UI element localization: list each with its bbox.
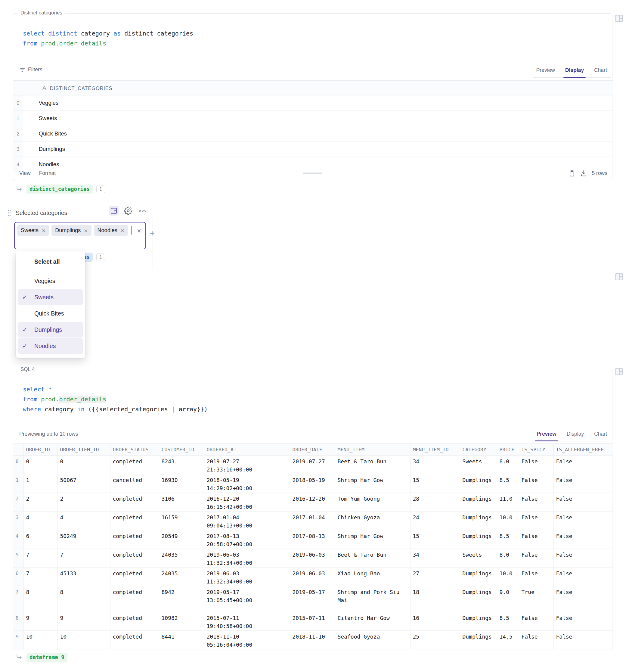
column-header-order_date[interactable]: ORDER_DATE	[290, 444, 335, 456]
ellipsis-icon	[139, 209, 147, 213]
add-element-button[interactable]: +	[148, 229, 156, 238]
table-row: 344completed161592017-01-0409:04:13+00:0…	[13, 511, 613, 530]
column-header-order_id[interactable]: ORDER_ID	[23, 444, 58, 456]
layout-columns-icon[interactable]	[615, 272, 623, 281]
check-icon: ✓	[21, 294, 34, 301]
clear-all-icon[interactable]: ×	[137, 227, 141, 234]
table-row: 91010completed84412018-11-1005:16:04+00:…	[13, 631, 613, 649]
column-header-distinct-categories[interactable]: ADISTINCT_CATEGORIES	[23, 81, 159, 96]
param-title: Selected categories	[16, 210, 67, 216]
table-row: 6745133completed240352019-06-0311:32:34+…	[13, 568, 613, 586]
table-header-row: ADISTINCT_CATEGORIES	[13, 81, 613, 96]
cell-title: SQL 4	[18, 366, 37, 373]
tab-display[interactable]: Display	[567, 431, 584, 441]
drag-grip-icon[interactable]	[7, 209, 12, 217]
filler-column-header	[159, 81, 613, 96]
resize-drag-handle[interactable]	[303, 172, 322, 174]
dropdown-option-noodles[interactable]: ✓Noodles	[18, 338, 83, 354]
tab-preview[interactable]: Preview	[537, 431, 556, 441]
result-tabs: PreviewDisplayChart	[533, 67, 611, 78]
column-header-is_spicy[interactable]: IS_SPICY	[519, 444, 553, 456]
tab-display[interactable]: Display	[565, 67, 584, 77]
output-variable-tag: dataframe_9	[26, 653, 67, 662]
string-type-icon: A	[42, 85, 46, 91]
chip-remove-icon[interactable]: ×	[84, 227, 88, 234]
tab-chart[interactable]: Chart	[594, 431, 607, 441]
output-variable-tag: distinct_categories	[26, 185, 93, 194]
index-column-header	[13, 81, 23, 96]
chip-noodles[interactable]: Noodles×	[94, 225, 128, 236]
column-header-customer_id[interactable]: CUSTOMER_ID	[159, 444, 204, 456]
table-row: 000completed82432019-07-2721:33:16+00:00…	[13, 456, 613, 474]
filter-icon	[19, 67, 25, 73]
return-arrow-icon	[15, 185, 23, 193]
table-row: 1Sweets	[13, 111, 613, 126]
preview-rows-label: Previewing up to 10 rows	[19, 431, 78, 437]
return-arrow-icon	[15, 653, 23, 661]
table-row: 1150067cancelled169302018-05-1914:29:02+…	[13, 474, 613, 493]
result-footer: View Format 5 rows	[13, 166, 612, 181]
chip-remove-icon[interactable]: ×	[121, 227, 124, 234]
output-count-badge: 1	[96, 185, 105, 193]
column-header-menu_item[interactable]: MENU_ITEM	[335, 444, 410, 456]
result-table: ADISTINCT_CATEGORIES 0Veggies1Sweets2Qui…	[13, 80, 613, 172]
sql-code-editor[interactable]: select *from prod.order_detailswhere cat…	[23, 384, 207, 414]
column-header-category[interactable]: CATEGORY	[460, 444, 497, 456]
table-row: 4650249completed205492017-08-1320:58:07+…	[13, 530, 613, 549]
check-icon: ✓	[21, 326, 34, 333]
index-column-header	[13, 444, 23, 456]
table-row: 788completed89422019-05-1713:05:45+00:00…	[13, 586, 613, 612]
layout-divider	[153, 218, 153, 270]
download-icon[interactable]	[580, 169, 588, 177]
table-row: 222completed31062016-12-2016:15:42+00:00…	[13, 493, 613, 511]
text-caret	[132, 226, 132, 234]
table-row: 2Quick Bites	[13, 126, 613, 142]
sql-cell-distinct-categories: Distinct categories select distinct cate…	[13, 13, 612, 181]
format-button[interactable]: Format	[39, 170, 56, 176]
sql-code-editor[interactable]: select distinct category as distinct_cat…	[23, 28, 193, 48]
chip-dumplings[interactable]: Dumplings×	[51, 225, 91, 236]
view-button[interactable]: View	[19, 170, 31, 176]
dropdown-option-dumplings[interactable]: ✓Dumplings	[18, 322, 83, 337]
more-options-button[interactable]	[138, 206, 148, 215]
param-header: Selected categories	[7, 209, 67, 217]
chip-remove-icon[interactable]: ×	[42, 227, 45, 234]
column-header-is_allergen_free[interactable]: IS_ALLERGEN_FREE	[553, 444, 613, 456]
cell-title: Distinct categories	[18, 10, 65, 16]
dropdown-option-quick-bites[interactable]: Quick Bites	[18, 306, 83, 321]
chip-sweets[interactable]: Sweets×	[17, 225, 49, 236]
layout-columns-button[interactable]	[109, 206, 118, 215]
layout-columns-icon[interactable]	[615, 367, 623, 376]
cell-output: dataframe_9	[15, 653, 67, 662]
table-header-row: ORDER_IDORDER_ITEM_IDORDER_STATUSCUSTOME…	[13, 444, 613, 456]
dropdown-divider	[20, 271, 81, 271]
column-header-price[interactable]: PRICE	[497, 444, 519, 456]
column-header-ordered_at[interactable]: ORDERED_AT	[204, 444, 290, 456]
dropdown-option-veggies[interactable]: Veggies	[18, 273, 83, 289]
layout-columns-icon	[110, 207, 117, 214]
dropdown-option-sweets[interactable]: ✓Sweets	[18, 289, 83, 305]
column-header-order_item_id[interactable]: ORDER_ITEM_ID	[58, 444, 110, 456]
gear-icon	[124, 207, 132, 215]
preview-table: ORDER_IDORDER_ITEM_IDORDER_STATUSCUSTOME…	[13, 443, 613, 649]
multiselect-input[interactable]: Sweets×Dumplings×Noodles× ×	[14, 222, 146, 249]
tab-preview[interactable]: Preview	[536, 67, 555, 77]
settings-button[interactable]	[124, 206, 133, 215]
table-row: 577completed240352019-06-0311:32:34+00:0…	[13, 549, 613, 568]
column-header-menu_item_id[interactable]: MENU_ITEM_ID	[410, 444, 460, 456]
filters-button[interactable]: Filters	[19, 66, 42, 73]
copy-icon[interactable]	[568, 169, 576, 177]
check-icon: ✓	[21, 342, 34, 350]
column-header-order_status[interactable]: ORDER_STATUS	[110, 444, 159, 456]
filters-label: Filters	[28, 66, 42, 73]
sql-cell-4: SQL 4 select *from prod.order_detailswhe…	[13, 370, 612, 649]
layout-columns-icon[interactable]	[615, 14, 623, 23]
select-all-option[interactable]: Select all	[18, 254, 83, 270]
selected-chips: Sweets×Dumplings×Noodles×	[17, 225, 133, 236]
result-tabs: PreviewDisplayChart	[533, 431, 611, 441]
param-count-badge: 1	[96, 253, 105, 261]
table-row: 899completed109822015-07-1119:40:58+00:0…	[13, 612, 613, 631]
cell-output: distinct_categories 1	[15, 185, 105, 194]
row-count: 5 rows	[592, 170, 607, 176]
tab-chart[interactable]: Chart	[594, 67, 607, 77]
